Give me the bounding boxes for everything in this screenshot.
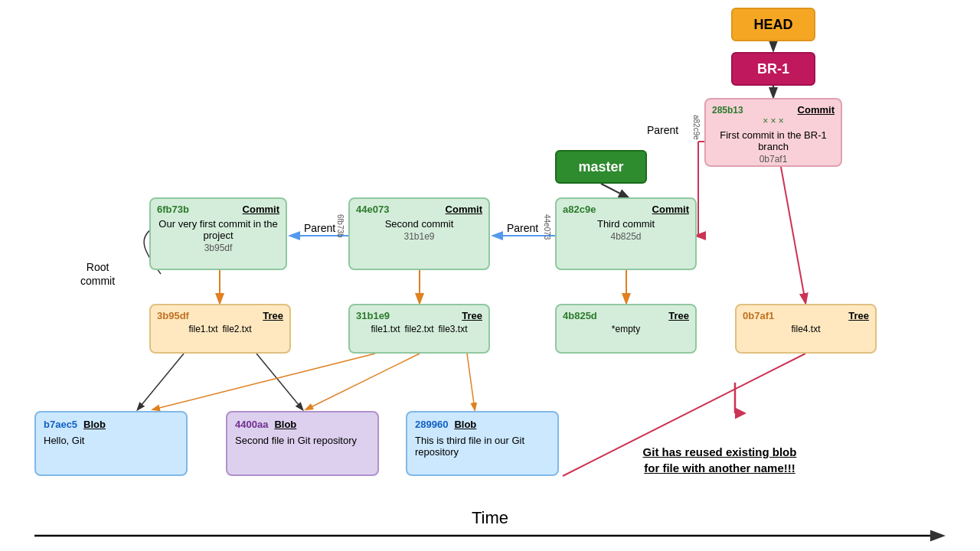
tree-second-files: file1.txtfile2.txtfile3.txt [356, 324, 482, 334]
third-side-id: 44e073 [543, 214, 551, 240]
tree-third-box: 4b825d Tree *empty [555, 304, 697, 354]
master-node: master [555, 150, 647, 184]
br1-commit-label: Commit [798, 104, 835, 116]
blob-289960-id: 289960 [415, 419, 448, 430]
master-label: master [578, 159, 623, 175]
commit-first-box: 6fb73b Commit Our very first commit in t… [149, 197, 287, 270]
br1-commit-id: 285b13 [712, 105, 743, 116]
blob-4400aa-box: 4400aa Blob Second file in Git repositor… [226, 411, 379, 476]
tree-third-files: *empty [563, 324, 689, 334]
third-commit-hash: 4b825d [563, 231, 689, 242]
tree-first-label: Tree [263, 310, 283, 321]
second-commit-hash: 31b1e9 [356, 231, 482, 242]
first-commit-text: Our very first commit in the project [157, 218, 279, 241]
blob-b7aec5-text: Hello, Git [44, 435, 178, 446]
blob-289960-box: 289960 Blob This is third file in our Gi… [406, 411, 559, 476]
br1-crosses: × × × [712, 116, 835, 126]
tree-br1-files: file4.txt [743, 324, 869, 334]
br1-label: BR-1 [757, 61, 789, 77]
br1-side-id: a82c9e [692, 115, 701, 140]
tree-second-label: Tree [462, 310, 482, 321]
second-commit-label: Commit [446, 204, 482, 215]
git-reused-annotation: Git has reused existing blobfor file wit… [612, 444, 827, 476]
svg-line-14 [153, 354, 375, 409]
commit-second-box: 44e073 Commit Second commit 31b1e9 6fb73… [348, 197, 490, 270]
root-commit-annotation: Rootcommit [80, 260, 115, 288]
blob-b7aec5-box: b7aec5 Blob Hello, Git [34, 411, 188, 476]
svg-line-16 [467, 354, 475, 409]
head-node: HEAD [731, 8, 815, 41]
tree-third-label: Tree [668, 310, 689, 321]
tree-second-id: 31b1e9 [356, 310, 390, 321]
third-commit-id: a82c9e [563, 204, 596, 215]
second-commit-text: Second commit [356, 218, 482, 230]
tree-second-box: 31b1e9 Tree file1.txtfile2.txtfile3.txt [348, 304, 490, 354]
tree-br1-box: 0b7af1 Tree file4.txt [735, 304, 877, 354]
blob-4400aa-label: Blob [274, 419, 296, 430]
svg-line-2 [601, 184, 628, 197]
first-commit-label: Commit [243, 204, 279, 215]
parent1-annotation: Parent [304, 222, 335, 234]
svg-line-12 [138, 354, 184, 409]
second-commit-id: 44e073 [356, 204, 389, 215]
second-side-id: 6fb73b [336, 214, 345, 238]
br1-commit-text: First commit in the BR-1 branch [712, 129, 835, 152]
parent3-annotation: Parent [647, 124, 678, 136]
tree-first-box: 3b95df Tree file1.txtfile2.txt [149, 304, 291, 354]
time-label: Time [472, 508, 508, 528]
blob-289960-label: Blob [454, 419, 476, 430]
first-commit-id: 6fb73b [157, 204, 189, 215]
commit-third-box: a82c9e Commit Third commit 4b825d 44e073 [555, 197, 697, 270]
br1-commit-hash: 0b7af1 [712, 154, 835, 165]
svg-line-11 [781, 167, 805, 302]
head-label: HEAD [753, 17, 792, 33]
blob-b7aec5-label: Blob [83, 419, 106, 430]
tree-first-files: file1.txtfile2.txt [157, 324, 283, 334]
tree-third-id: 4b825d [563, 310, 597, 321]
first-commit-hash: 3b95df [157, 243, 279, 253]
commit-br1-box: 285b13 Commit × × × First commit in the … [704, 98, 842, 167]
br1-node: BR-1 [731, 52, 815, 86]
tree-first-id: 3b95df [157, 310, 189, 321]
blob-b7aec5-id: b7aec5 [44, 419, 77, 430]
tree-br1-label: Tree [848, 310, 869, 321]
blob-289960-text: This is third file in our Git repository [415, 435, 550, 458]
diagram: HEAD BR-1 master 285b13 Commit × × × Fir… [0, 0, 980, 551]
blob-4400aa-text: Second file in Git repository [235, 435, 370, 446]
parent2-annotation: Parent [507, 222, 538, 234]
tree-br1-id: 0b7af1 [743, 310, 774, 321]
svg-line-15 [306, 354, 420, 409]
blob-4400aa-id: 4400aa [235, 419, 268, 430]
svg-line-13 [256, 354, 302, 409]
third-commit-label: Commit [652, 204, 689, 215]
third-commit-text: Third commit [563, 218, 689, 230]
